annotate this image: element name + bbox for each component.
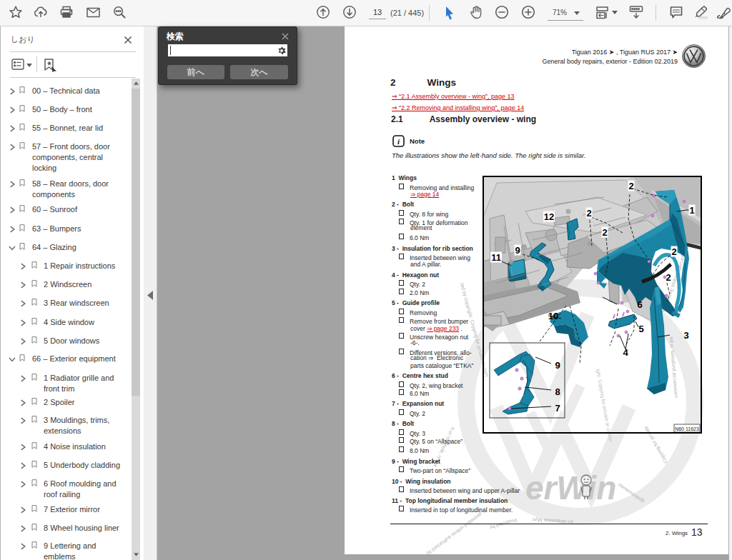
svg-text:2: 2	[586, 208, 591, 219]
svg-text:12: 12	[544, 211, 554, 222]
svg-text:2: 2	[666, 272, 671, 283]
svg-text:i: i	[397, 137, 400, 146]
svg-text:6: 6	[637, 299, 642, 310]
svg-text:1: 1	[689, 205, 694, 216]
svg-text:11: 11	[491, 252, 501, 263]
svg-text:4: 4	[623, 347, 628, 358]
svg-text:erWin: erWin	[525, 469, 616, 506]
svg-text:2: 2	[671, 246, 676, 257]
svg-text:8: 8	[555, 386, 560, 397]
svg-text:2: 2	[602, 227, 607, 238]
svg-text:10: 10	[548, 311, 558, 321]
svg-text:2: 2	[628, 181, 633, 191]
svg-text:5: 5	[638, 324, 643, 334]
svg-text:3: 3	[683, 330, 688, 341]
svg-text:7: 7	[555, 403, 560, 414]
svg-text:9: 9	[515, 245, 520, 256]
svg-text:9: 9	[555, 360, 560, 371]
svg-text:permitted unless authorised by: permitted unless authorised by	[425, 511, 483, 554]
svg-text:N60 11623: N60 11623	[675, 426, 699, 431]
